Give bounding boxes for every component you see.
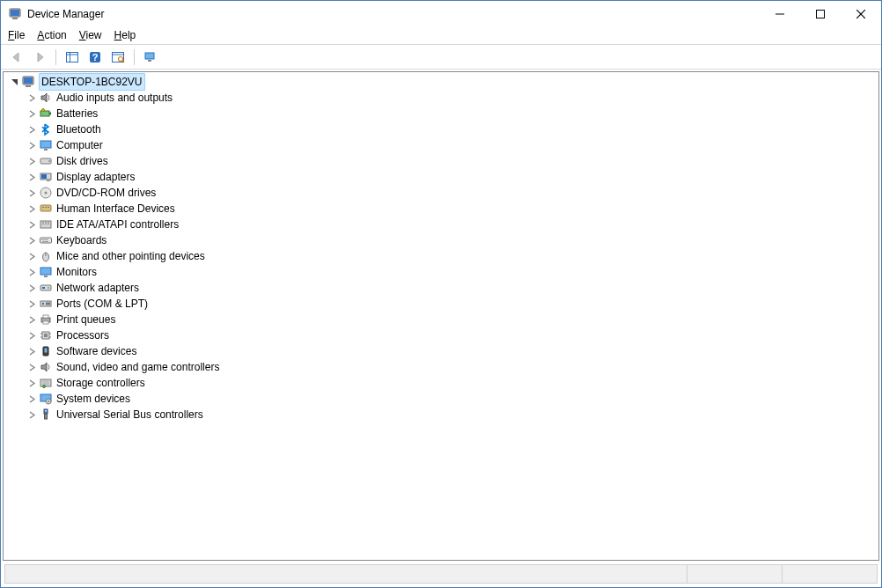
chevron-right-icon[interactable] — [25, 316, 39, 324]
chevron-right-icon[interactable] — [25, 158, 39, 165]
tree-item[interactable]: Monitors — [4, 264, 878, 280]
menu-action[interactable]: Action — [37, 29, 66, 41]
tree-item[interactable]: Ports (COM & LPT) — [4, 296, 878, 312]
svg-rect-46 — [47, 239, 48, 241]
svg-point-54 — [48, 287, 49, 289]
close-button[interactable] — [841, 1, 881, 27]
tree-item[interactable]: Bluetooth — [4, 121, 878, 137]
chevron-right-icon[interactable] — [25, 221, 39, 229]
chevron-right-icon[interactable] — [25, 411, 39, 419]
tree-item[interactable]: Computer — [4, 137, 878, 153]
tree-item-label: IDE ATA/ATAPI controllers — [56, 217, 179, 232]
tree-item[interactable]: Software devices — [4, 343, 878, 359]
svg-rect-25 — [44, 149, 48, 151]
tree-item[interactable]: Disk drives — [4, 153, 878, 169]
tree-item-label: Computer — [56, 137, 103, 153]
tree-item[interactable]: Storage controllers — [4, 375, 878, 391]
status-pane-1 — [687, 565, 782, 583]
back-button[interactable] — [6, 47, 27, 68]
toolbar: ? — [1, 45, 881, 70]
status-pane-2 — [782, 565, 877, 583]
svg-rect-59 — [43, 315, 48, 318]
svg-rect-57 — [46, 303, 50, 305]
svg-point-39 — [42, 222, 44, 224]
chevron-right-icon[interactable] — [25, 94, 39, 102]
optical-icon — [39, 186, 53, 200]
chevron-right-icon[interactable] — [25, 189, 39, 197]
scan-hardware-button[interactable] — [107, 47, 129, 68]
chevron-right-icon[interactable] — [25, 284, 39, 292]
tree-item[interactable]: Batteries — [4, 106, 878, 121]
svg-rect-30 — [47, 180, 50, 181]
menu-file[interactable]: File — [8, 29, 25, 41]
chevron-right-icon[interactable] — [25, 300, 39, 308]
tree-item[interactable]: Print queues — [4, 312, 878, 327]
svg-rect-35 — [45, 207, 47, 208]
tree-item-label: System devices — [56, 391, 130, 407]
tree-item[interactable]: Sound, video and game controllers — [4, 359, 878, 375]
svg-rect-47 — [42, 241, 48, 242]
toolbar-separator — [55, 49, 56, 65]
chevron-right-icon[interactable] — [25, 237, 39, 245]
menu-help[interactable]: Help — [114, 29, 136, 41]
chevron-right-icon[interactable] — [25, 364, 39, 371]
tree-item[interactable]: Human Interface Devices — [4, 201, 878, 217]
tree-item[interactable]: DVD/CD-ROM drives — [4, 185, 878, 201]
ports-icon — [39, 297, 53, 311]
tree-item-label: Human Interface Devices — [56, 201, 175, 217]
chevron-right-icon[interactable] — [25, 126, 39, 134]
menu-view[interactable]: View — [79, 29, 102, 41]
content-area: DESKTOP-1BC92VUAudio inputs and outputsB… — [1, 70, 881, 587]
show-hide-tree-button[interactable] — [62, 47, 83, 68]
devices-view-button[interactable] — [140, 47, 161, 68]
svg-rect-51 — [44, 276, 48, 277]
chevron-right-icon[interactable] — [25, 205, 39, 213]
chevron-right-icon[interactable] — [25, 379, 39, 387]
monitor-icon — [39, 265, 53, 279]
tree-item-label: Software devices — [56, 343, 136, 359]
chevron-down-icon[interactable] — [7, 78, 21, 86]
disk-icon — [39, 154, 53, 168]
chevron-right-icon[interactable] — [25, 173, 39, 181]
tree-item[interactable]: Universal Serial Bus controllers — [4, 407, 878, 423]
tree-item[interactable]: Processors — [4, 327, 878, 343]
tree-item[interactable]: Audio inputs and outputs — [4, 90, 878, 106]
svg-rect-45 — [45, 239, 47, 241]
tree-item[interactable]: System devices — [4, 391, 878, 407]
svg-rect-4 — [817, 11, 825, 18]
tree-item[interactable]: Mice and other pointing devices — [4, 248, 878, 264]
svg-rect-52 — [40, 285, 51, 290]
tree-item-label: Print queues — [56, 312, 115, 327]
chevron-right-icon[interactable] — [25, 253, 39, 261]
chevron-right-icon[interactable] — [25, 395, 39, 403]
tree-item[interactable]: Display adapters — [4, 169, 878, 185]
tree-item-label: Disk drives — [56, 153, 108, 169]
tree-item-label: Mice and other pointing devices — [56, 248, 205, 264]
chevron-right-icon[interactable] — [25, 348, 39, 356]
tree-root[interactable]: DESKTOP-1BC92VU — [4, 74, 878, 90]
chevron-right-icon[interactable] — [25, 268, 39, 276]
tree-item-label: DVD/CD-ROM drives — [56, 185, 156, 201]
titlebar[interactable]: Device Manager — [1, 1, 881, 27]
tree-item-label: Universal Serial Bus controllers — [56, 407, 203, 423]
device-tree[interactable]: DESKTOP-1BC92VUAudio inputs and outputsB… — [3, 71, 879, 561]
software-icon — [39, 344, 53, 358]
forward-button[interactable] — [29, 47, 50, 68]
tree-item[interactable]: IDE ATA/ATAPI controllers — [4, 217, 878, 232]
tree-item[interactable]: Keyboards — [4, 232, 878, 248]
chevron-right-icon[interactable] — [25, 142, 39, 150]
maximize-button[interactable] — [800, 1, 841, 27]
svg-point-14 — [119, 56, 123, 61]
chevron-right-icon[interactable] — [25, 110, 39, 118]
window-frame: Device Manager File Action View Help ? D… — [0, 0, 882, 588]
tree-item[interactable]: Network adapters — [4, 280, 878, 296]
svg-text:?: ? — [92, 52, 99, 62]
svg-rect-16 — [145, 53, 154, 59]
svg-rect-75 — [45, 414, 48, 419]
chevron-right-icon[interactable] — [25, 332, 39, 340]
battery-icon — [39, 107, 53, 121]
minimize-button[interactable] — [760, 1, 800, 27]
help-button[interactable]: ? — [85, 47, 106, 68]
tree-item-label: Network adapters — [56, 280, 139, 296]
toolbar-separator — [134, 49, 135, 65]
